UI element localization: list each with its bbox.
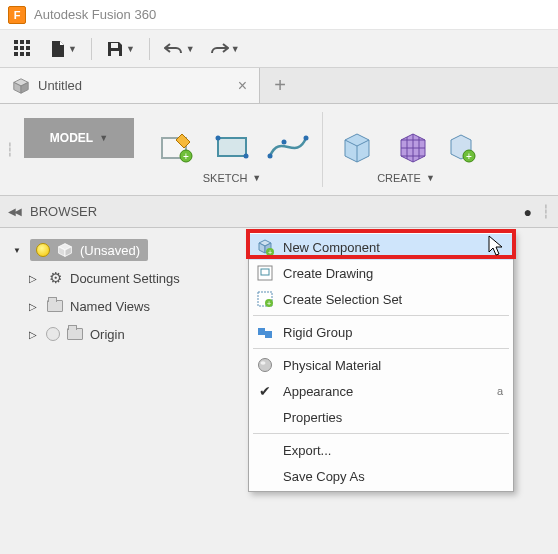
sketch-rectangle-button[interactable]: [210, 124, 254, 168]
document-tabstrip: Untitled × +: [0, 68, 558, 104]
new-component-icon: +: [255, 237, 275, 257]
sketch-spline-button[interactable]: [266, 124, 310, 168]
expand-toggle[interactable]: [10, 243, 24, 257]
folder-icon: [46, 297, 64, 315]
expand-toggle[interactable]: [26, 299, 40, 313]
ribbon-group-label[interactable]: SKETCH▼: [203, 172, 262, 184]
create-sketch-button[interactable]: +: [154, 124, 198, 168]
create-form-button[interactable]: [391, 124, 435, 168]
workspace-switcher[interactable]: MODEL ▼: [24, 118, 134, 158]
ctx-label: Create Drawing: [283, 266, 503, 281]
svg-rect-1: [20, 40, 24, 44]
separator: [149, 38, 150, 60]
drawing-icon: [255, 263, 275, 283]
svg-point-20: [268, 154, 273, 159]
workspace-label: MODEL: [50, 131, 93, 145]
svg-rect-2: [26, 40, 30, 44]
tree-label: Named Views: [70, 299, 150, 314]
ctx-label: Physical Material: [283, 358, 503, 373]
ribbon-group-label[interactable]: CREATE▼: [377, 172, 435, 184]
svg-rect-7: [20, 52, 24, 56]
ctx-create-selection-set[interactable]: + Create Selection Set: [249, 286, 513, 312]
checkmark-icon: ✔: [255, 381, 275, 401]
ribbon-group-create: + CREATE▼: [325, 104, 487, 184]
browser-panel-header: ◀◀ BROWSER ● ┆: [0, 196, 558, 228]
visibility-bulb-icon[interactable]: [36, 243, 50, 257]
quick-access-toolbar: ▼ ▼ ▼ ▼: [0, 30, 558, 68]
create-box-button[interactable]: [335, 124, 379, 168]
tab-title: Untitled: [38, 78, 230, 93]
ctx-new-component[interactable]: + New Component: [249, 234, 513, 260]
new-tab-button[interactable]: +: [260, 68, 300, 103]
ctx-export[interactable]: Export...: [249, 437, 513, 463]
file-menu-button[interactable]: ▼: [50, 36, 77, 62]
ctx-label: Save Copy As: [283, 469, 503, 484]
separator: [322, 112, 323, 187]
svg-point-22: [282, 140, 287, 145]
ctx-label: Create Selection Set: [283, 292, 503, 307]
save-button[interactable]: ▼: [106, 36, 135, 62]
panel-drag-handle[interactable]: ┆: [542, 204, 550, 219]
document-tab[interactable]: Untitled ×: [0, 68, 260, 103]
tree-root-label: (Unsaved): [80, 243, 140, 258]
menu-separator: [253, 348, 509, 349]
tree-label: Document Settings: [70, 271, 180, 286]
browser-title: BROWSER: [30, 204, 97, 219]
selection-set-icon: +: [255, 289, 275, 309]
app-icon: F: [8, 6, 26, 24]
svg-rect-49: [265, 331, 272, 338]
visibility-bulb-icon[interactable]: [46, 327, 60, 341]
tree-label: Origin: [90, 327, 125, 342]
create-derive-button[interactable]: +: [447, 124, 477, 168]
tab-close-button[interactable]: ×: [238, 77, 247, 95]
ctx-appearance[interactable]: ✔ Appearance a: [249, 378, 513, 404]
svg-rect-48: [258, 328, 265, 335]
undo-button[interactable]: ▼: [164, 36, 195, 62]
ctx-save-copy-as[interactable]: Save Copy As: [249, 463, 513, 489]
blank-icon: [255, 407, 275, 427]
app-title: Autodesk Fusion 360: [34, 7, 156, 22]
collapse-panel-button[interactable]: ◀◀: [8, 206, 20, 217]
material-icon: [255, 355, 275, 375]
chevron-down-icon: ▼: [231, 44, 240, 54]
cube-icon: [12, 77, 30, 95]
ctx-label: Properties: [283, 410, 503, 425]
svg-point-18: [216, 136, 221, 141]
svg-text:+: +: [466, 151, 472, 162]
svg-point-51: [261, 361, 266, 365]
svg-text:+: +: [268, 249, 272, 256]
blank-icon: [255, 440, 275, 460]
component-icon: [56, 241, 74, 259]
ctx-rigid-group[interactable]: Rigid Group: [249, 319, 513, 345]
ribbon-group-sketch: + SKETCH▼: [144, 104, 320, 184]
svg-point-19: [244, 154, 249, 159]
menu-separator: [253, 315, 509, 316]
svg-rect-10: [111, 51, 119, 56]
expand-toggle[interactable]: [26, 271, 40, 285]
chevron-down-icon: ▼: [99, 133, 108, 143]
svg-rect-5: [26, 46, 30, 50]
separator: [91, 38, 92, 60]
grid-menu-button[interactable]: [10, 36, 36, 62]
ctx-physical-material[interactable]: Physical Material: [249, 352, 513, 378]
ctx-label: Appearance: [283, 384, 489, 399]
ribbon-handle[interactable]: ┆: [0, 104, 20, 195]
chevron-down-icon: ▼: [186, 44, 195, 54]
folder-icon: [66, 325, 84, 343]
context-menu: + New Component Create Drawing + Create …: [248, 231, 514, 492]
gear-icon: ⚙: [46, 269, 64, 287]
rigid-group-icon: [255, 322, 275, 342]
browser-tree: (Unsaved) ⚙ Document Settings Named View…: [0, 228, 558, 348]
svg-rect-3: [14, 46, 18, 50]
ctx-create-drawing[interactable]: Create Drawing: [249, 260, 513, 286]
title-bar: F Autodesk Fusion 360: [0, 0, 558, 30]
svg-rect-43: [258, 266, 272, 280]
redo-button[interactable]: ▼: [209, 36, 240, 62]
ctx-properties[interactable]: Properties: [249, 404, 513, 430]
chevron-down-icon: ▼: [126, 44, 135, 54]
ctx-label: Rigid Group: [283, 325, 503, 340]
expand-toggle[interactable]: [26, 327, 40, 341]
svg-rect-9: [111, 43, 118, 48]
panel-options-button[interactable]: ●: [524, 204, 532, 220]
svg-rect-0: [14, 40, 18, 44]
